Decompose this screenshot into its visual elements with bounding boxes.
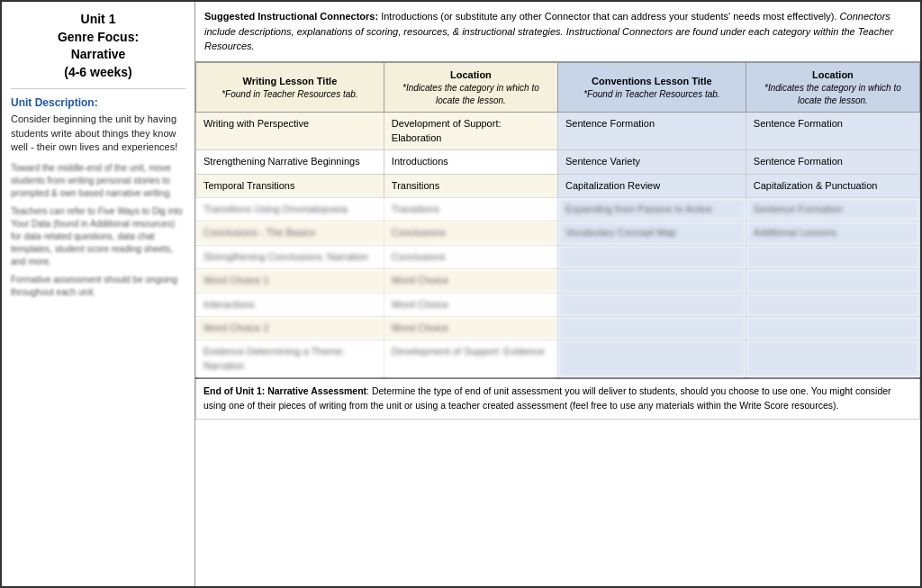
- writing-cell: Interactions: [196, 293, 384, 316]
- writing-cell: Evidence Determining a Theme: Narration: [196, 340, 384, 378]
- th-writing-title: Writing Lesson Title *Found in Teacher R…: [196, 62, 384, 113]
- sidebar-para-1: Toward the middle-end of the unit, move …: [11, 162, 185, 200]
- loc-conventions-cell: [746, 269, 919, 293]
- th-location-writing: Location *Indicates the category in whic…: [384, 62, 557, 113]
- writing-cell: Word Choice 2: [196, 316, 384, 339]
- table-row: Temporal TransitionsTransitionsCapitaliz…: [196, 174, 920, 197]
- table-row: Word Choice 2Word Choice: [196, 316, 920, 339]
- loc-writing-cell: Transitions: [384, 174, 557, 197]
- unit-description-label: Unit Description:: [11, 96, 185, 109]
- loc-writing-cell: Conclusions: [384, 245, 557, 268]
- suggested-bold: Suggested Instructional Connectors:: [204, 11, 378, 22]
- writing-cell: Writing with Perspective: [196, 113, 384, 150]
- loc-writing-cell: Introductions: [384, 150, 557, 174]
- unit-title-line4: (4-6 weeks): [64, 65, 131, 79]
- loc-conventions-cell: [746, 293, 919, 316]
- table-row: Writing with PerspectiveDevelopment of S…: [196, 113, 920, 150]
- conventions-cell: Vocabulary Concept Map: [557, 222, 746, 245]
- conventions-cell: Sentence Formation: [557, 113, 746, 150]
- unit-title-line3: Narrative: [71, 47, 126, 61]
- conventions-cell: Sentence Variety: [557, 150, 746, 174]
- conventions-cell: [557, 316, 746, 339]
- table-row: InteractionsWord Choice: [196, 293, 920, 316]
- loc-conventions-cell: Sentence Formation: [746, 197, 919, 221]
- table-row: Conclusions - The BasicsConclusionsVocab…: [196, 222, 920, 245]
- table-row: Word Choice 1Word Choice: [196, 269, 920, 293]
- writing-cell: Transitions Using Onomatopoeia: [196, 197, 384, 221]
- loc-writing-cell: Development of Support: Elaboration: [384, 113, 557, 150]
- conventions-cell: [557, 269, 746, 293]
- suggested-text1: Introductions (or substitute any other C…: [378, 11, 839, 22]
- loc-conventions-cell: Sentence Formation: [746, 113, 919, 150]
- table-row: Strengthening Conclusions: NarrationConc…: [196, 245, 920, 268]
- writing-cell: Word Choice 1: [196, 269, 384, 293]
- sidebar-para-2: Teachers can refer to Five Ways to Dig i…: [11, 205, 185, 268]
- th-location-conventions: Location *Indicates the category in whic…: [746, 62, 919, 113]
- table-row: Evidence Determining a Theme: NarrationD…: [196, 340, 920, 378]
- unit-description-text: Consider beginning the unit by having st…: [11, 113, 185, 154]
- main-content: Suggested Instructional Connectors: Intr…: [195, 2, 920, 586]
- table-row: Strengthening Narrative BeginningsIntrod…: [196, 150, 920, 174]
- table-wrapper: Writing Lesson Title *Found in Teacher R…: [195, 62, 920, 587]
- th-conventions-title: Conventions Lesson Title *Found in Teach…: [557, 62, 746, 113]
- conventions-cell: [557, 245, 746, 268]
- loc-writing-cell: Development of Support: Evidence: [384, 340, 557, 378]
- loc-conventions-cell: Capitalization & Punctuation: [746, 174, 919, 197]
- conventions-cell: Capitalization Review: [557, 174, 746, 197]
- lessons-table: Writing Lesson Title *Found in Teacher R…: [195, 62, 920, 420]
- loc-writing-cell: Conclusions: [384, 222, 557, 245]
- writing-cell: Strengthening Narrative Beginnings: [196, 150, 384, 174]
- conventions-cell: [557, 340, 746, 378]
- unit-header: Unit 1 Genre Focus: Narrative (4-6 weeks…: [11, 11, 185, 89]
- writing-cell: Strengthening Conclusions: Narration: [196, 245, 384, 268]
- footer-row: End of Unit 1: Narrative Assessment: Det…: [196, 378, 920, 419]
- loc-conventions-cell: [746, 340, 919, 378]
- loc-conventions-cell: [746, 245, 919, 268]
- unit-title-line1: Unit 1: [81, 12, 116, 26]
- loc-writing-cell: Transitions: [384, 197, 557, 221]
- writing-cell: Conclusions - The Basics: [196, 222, 384, 245]
- main-container: Unit 1 Genre Focus: Narrative (4-6 weeks…: [0, 0, 922, 588]
- loc-conventions-cell: Additional Lessons: [746, 222, 919, 245]
- loc-conventions-cell: [746, 316, 919, 339]
- loc-writing-cell: Word Choice: [384, 316, 557, 339]
- table-row: Transitions Using OnomatopoeiaTransition…: [196, 197, 920, 221]
- conventions-cell: Expanding from Passive to Active: [557, 197, 746, 221]
- footer-cell: End of Unit 1: Narrative Assessment: Det…: [196, 378, 920, 419]
- conventions-cell: [557, 293, 746, 316]
- writing-cell: Temporal Transitions: [196, 174, 384, 197]
- loc-writing-cell: Word Choice: [384, 269, 557, 293]
- sidebar: Unit 1 Genre Focus: Narrative (4-6 weeks…: [2, 2, 195, 586]
- loc-writing-cell: Word Choice: [384, 293, 557, 316]
- suggested-banner: Suggested Instructional Connectors: Intr…: [195, 2, 920, 62]
- unit-title-line2: Genre Focus:: [58, 30, 139, 44]
- loc-conventions-cell: Sentence Formation: [746, 150, 919, 174]
- sidebar-para-3: Formative assessment should be ongoing t…: [11, 274, 185, 299]
